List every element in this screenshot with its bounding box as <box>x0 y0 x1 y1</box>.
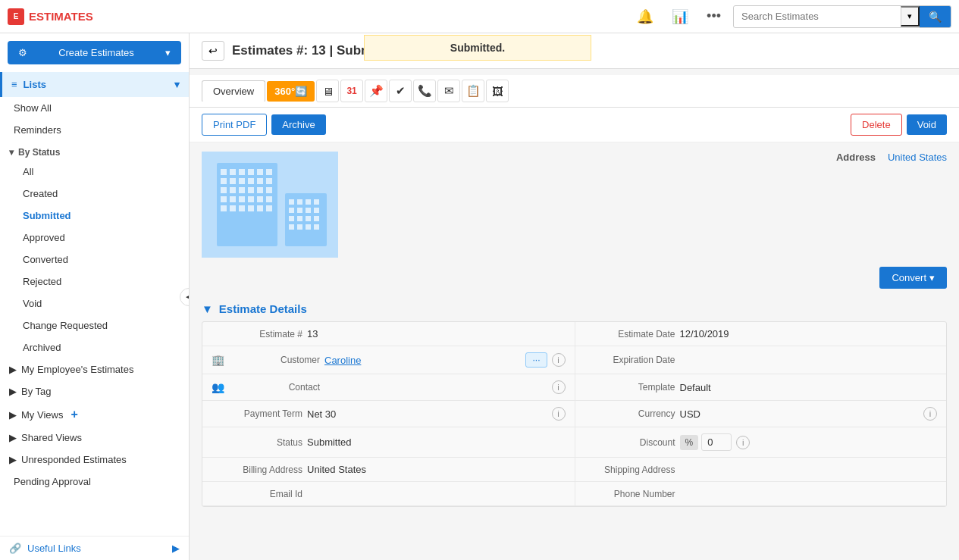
tab-pin[interactable]: 📌 <box>365 80 387 102</box>
sidebar-item-all[interactable]: All <box>9 161 189 183</box>
lists-icon: ≡ <box>11 79 17 90</box>
template-value: Default <box>680 382 938 393</box>
contact-input[interactable] <box>324 382 547 393</box>
tab-overview[interactable]: Overview <box>202 80 265 102</box>
discount-value: 0 <box>701 433 732 451</box>
currency-info-icon[interactable]: i <box>923 407 937 421</box>
svg-rect-20 <box>230 196 236 202</box>
tab-360[interactable]: 360°🔄 <box>267 81 315 102</box>
svg-rect-33 <box>297 199 302 205</box>
sidebar-item-approved[interactable]: Approved <box>9 227 189 249</box>
status-items: All Created Submitted Approved Converted… <box>0 161 189 358</box>
svg-rect-17 <box>257 187 263 193</box>
expiration-date-cell: Expiration Date <box>575 346 947 374</box>
status-cell: Status Submitted <box>202 427 575 458</box>
convert-button[interactable]: Convert ▾ <box>879 267 947 289</box>
dropdown-arrow-icon: ▾ <box>165 47 171 58</box>
shipping-address-cell: Shipping Address <box>575 458 947 482</box>
payment-term-info-icon[interactable]: i <box>552 407 566 421</box>
by-status-group[interactable]: ▾ By Status <box>0 141 189 161</box>
create-estimates-label: Create Estimates <box>58 47 134 58</box>
billing-address-cell: Billing Address United States <box>202 458 575 482</box>
sidebar-item-created[interactable]: Created <box>9 183 189 205</box>
tab-display[interactable]: 🖥 <box>316 80 339 102</box>
tab-calendar[interactable]: 31 <box>340 80 363 102</box>
svg-rect-43 <box>314 216 319 221</box>
svg-rect-4 <box>248 169 254 175</box>
back-button[interactable]: ↩ <box>202 41 224 61</box>
tab-email[interactable]: ✉ <box>437 80 460 102</box>
top-items: Show All Reminders <box>0 97 189 141</box>
svg-rect-6 <box>266 169 272 175</box>
sidebar-item-converted[interactable]: Converted <box>9 249 189 271</box>
lists-section-header[interactable]: ≡ Lists ▾ <box>2 72 189 97</box>
my-employees-estimates[interactable]: ▶ My Employee's Estimates <box>0 358 189 380</box>
tab-check[interactable]: ✔ <box>389 80 412 102</box>
more-button[interactable]: ••• <box>700 5 727 27</box>
unresponded-estimates[interactable]: ▶ Unresponded Estimates <box>0 449 189 471</box>
tab-phone[interactable]: 📞 <box>413 80 436 102</box>
by-tag[interactable]: ▶ By Tag <box>0 380 189 402</box>
notification-button[interactable]: 🔔 <box>631 5 660 28</box>
phone-number-input[interactable] <box>680 488 938 499</box>
customer-info-icon[interactable]: i <box>552 353 566 367</box>
tab-image[interactable]: 🖼 <box>486 80 509 102</box>
address-value: United States <box>888 152 947 163</box>
svg-rect-27 <box>239 205 245 211</box>
tab-clipboard[interactable]: 📋 <box>462 80 484 102</box>
sidebar-item-rejected[interactable]: Rejected <box>9 271 189 293</box>
estimate-details-label: Estimate Details <box>219 302 307 315</box>
top-bar-right: 🔔 📊 ••• ▾ 🔍 <box>631 5 951 28</box>
by-status-label: By Status <box>18 147 60 158</box>
email-id-input[interactable] <box>307 488 566 499</box>
void-button[interactable]: Void <box>907 114 947 135</box>
svg-rect-37 <box>297 208 302 213</box>
sidebar-item-void[interactable]: Void <box>9 293 189 314</box>
svg-rect-23 <box>257 196 263 202</box>
delete-button[interactable]: Delete <box>851 114 902 136</box>
shipping-address-input[interactable] <box>680 464 938 475</box>
estimate-date-cell: Estimate Date 12/10/2019 <box>575 322 947 346</box>
estimate-details-header[interactable]: ▼ Estimate Details <box>202 296 947 321</box>
svg-rect-30 <box>266 205 272 211</box>
my-views[interactable]: ▶ My Views + <box>0 402 189 427</box>
estimate-details-form: Estimate # 13 Estimate Date 12/10/2019 🏢… <box>202 321 947 507</box>
discount-cell: Discount % 0 i <box>575 427 947 458</box>
shared-views[interactable]: ▶ Shared Views <box>0 427 189 449</box>
sidebar-item-submitted[interactable]: Submitted <box>9 205 189 227</box>
discount-info-icon[interactable]: i <box>736 436 750 449</box>
chart-button[interactable]: 📊 <box>666 5 694 28</box>
sidebar-item-reminders[interactable]: Reminders <box>0 119 189 141</box>
search-button[interactable]: 🔍 <box>920 6 951 27</box>
phone-number-label: Phone Number <box>584 489 675 499</box>
customer-tag-button[interactable]: ··· <box>525 352 547 368</box>
print-pdf-button[interactable]: Print PDF <box>202 114 267 136</box>
svg-rect-41 <box>297 216 302 221</box>
svg-rect-19 <box>221 196 227 202</box>
svg-rect-12 <box>266 178 272 184</box>
contact-info-icon[interactable]: i <box>552 380 566 394</box>
useful-links-arrow-icon: ▶ <box>172 543 180 554</box>
search-input[interactable] <box>734 7 901 26</box>
svg-rect-15 <box>239 187 245 193</box>
svg-rect-16 <box>248 187 254 193</box>
chart-icon: 📊 <box>672 9 688 24</box>
archive-button[interactable]: Archive <box>271 114 325 135</box>
add-view-icon[interactable]: + <box>71 408 77 421</box>
sidebar-item-show-all[interactable]: Show All <box>0 97 189 119</box>
sidebar-item-pending-approval[interactable]: Pending Approval <box>0 471 189 493</box>
expiration-date-input[interactable] <box>680 355 938 366</box>
phone-number-cell: Phone Number <box>575 482 947 506</box>
create-estimates-button[interactable]: ⚙ Create Estimates ▾ <box>8 41 181 64</box>
top-area: Address United States <box>202 152 947 258</box>
estimate-num-label: Estimate # <box>212 329 302 339</box>
search-dropdown-button[interactable]: ▾ <box>901 6 920 27</box>
useful-links[interactable]: 🔗 Useful Links ▶ <box>0 536 189 560</box>
sidebar-item-change-requested[interactable]: Change Requested <box>9 314 189 336</box>
billing-address-value: United States <box>307 464 566 475</box>
svg-rect-10 <box>248 178 254 184</box>
customer-value[interactable]: Caroline <box>324 355 521 366</box>
svg-rect-28 <box>248 205 254 211</box>
estimate-num-value: 13 <box>307 328 566 339</box>
sidebar-item-archived[interactable]: Archived <box>9 336 189 358</box>
